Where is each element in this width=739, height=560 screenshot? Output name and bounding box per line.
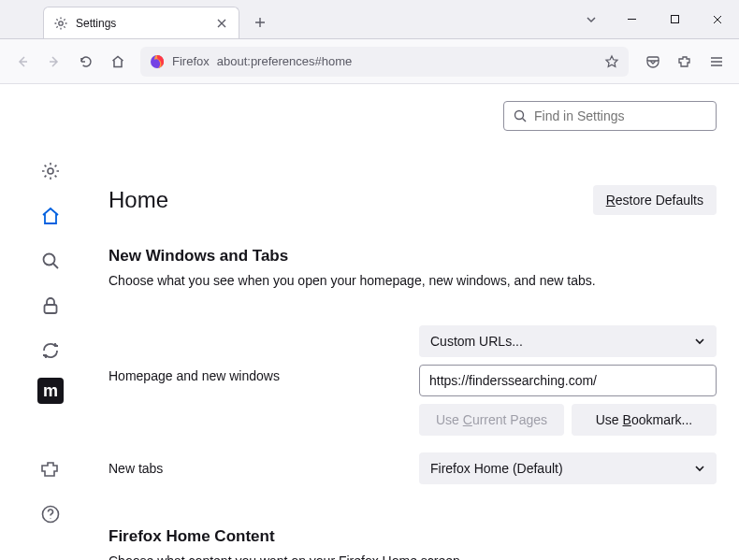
tab-title: Settings (76, 17, 207, 30)
sidebar-item-general[interactable] (33, 153, 68, 189)
sidebar-item-extensions[interactable] (33, 452, 68, 487)
url-bar[interactable]: Firefox about:preferences#home (140, 47, 629, 77)
content: m Home Restore Defaults New Windows and … (0, 84, 739, 560)
sidebar-item-privacy[interactable] (33, 288, 68, 323)
sidebar-item-sync[interactable] (33, 333, 68, 368)
bookmark-star-button[interactable] (604, 54, 619, 69)
svg-rect-6 (45, 305, 57, 313)
main: Home Restore Defaults New Windows and Ta… (101, 84, 739, 560)
homepage-url-input[interactable] (419, 365, 717, 396)
firefox-logo-icon (150, 54, 165, 69)
use-bookmark-button[interactable]: Use Bookmark... (572, 404, 717, 436)
forward-button[interactable] (39, 47, 69, 77)
url-text: about:preferences#home (217, 54, 597, 68)
pocket-button[interactable] (638, 47, 668, 77)
homepage-dropdown-value: Custom URLs... (430, 334, 523, 349)
settings-search[interactable] (503, 101, 717, 131)
sidebar-item-search[interactable] (33, 243, 68, 279)
homepage-label: Homepage and new windows (109, 325, 419, 383)
sidebar: m (0, 84, 101, 560)
search-icon (514, 109, 527, 122)
window-controls (572, 0, 739, 38)
back-button[interactable] (7, 47, 37, 77)
chevron-down-icon (694, 463, 705, 474)
tabs-dropdown-button[interactable] (572, 14, 610, 25)
sidebar-item-more[interactable]: m (37, 378, 64, 404)
tab-close-button[interactable] (214, 16, 229, 31)
maximize-button[interactable] (653, 0, 696, 38)
svg-rect-1 (671, 16, 678, 23)
minimize-button[interactable] (610, 0, 653, 38)
new-tab-button[interactable] (247, 9, 273, 36)
section-desc-windows-tabs: Choose what you see when you open your h… (109, 273, 717, 288)
settings-search-input[interactable] (534, 108, 706, 123)
chevron-down-icon (694, 336, 705, 347)
restore-defaults-button[interactable]: Restore Defaults (593, 185, 717, 215)
app-menu-button[interactable] (702, 47, 732, 77)
section-desc-home-content: Choose what content you want on your Fir… (109, 553, 717, 560)
use-current-pages-button[interactable]: Use Current Pages (419, 404, 564, 436)
svg-rect-3 (647, 57, 659, 61)
sidebar-item-home[interactable] (33, 198, 68, 234)
url-brand: Firefox (172, 54, 210, 68)
section-title-windows-tabs: New Windows and Tabs (109, 247, 717, 266)
toolbar: Firefox about:preferences#home (0, 39, 739, 84)
sidebar-item-help[interactable] (33, 496, 68, 532)
svg-point-0 (59, 21, 63, 24)
reload-button[interactable] (71, 47, 101, 77)
home-button[interactable] (103, 47, 133, 77)
svg-point-8 (515, 111, 524, 120)
homepage-dropdown[interactable]: Custom URLs... (419, 325, 717, 357)
section-title-home-content: Firefox Home Content (109, 527, 717, 546)
gear-icon (53, 16, 68, 31)
newtabs-label: New tabs (109, 461, 419, 476)
newtabs-dropdown[interactable]: Firefox Home (Default) (419, 452, 717, 484)
extensions-button[interactable] (670, 47, 700, 77)
browser-tab[interactable]: Settings (43, 7, 239, 38)
svg-point-5 (44, 254, 55, 266)
titlebar: Settings (0, 0, 739, 39)
close-window-button[interactable] (696, 0, 739, 38)
page-title: Home (109, 187, 168, 213)
svg-point-4 (48, 168, 53, 174)
newtabs-dropdown-value: Firefox Home (Default) (430, 461, 563, 476)
